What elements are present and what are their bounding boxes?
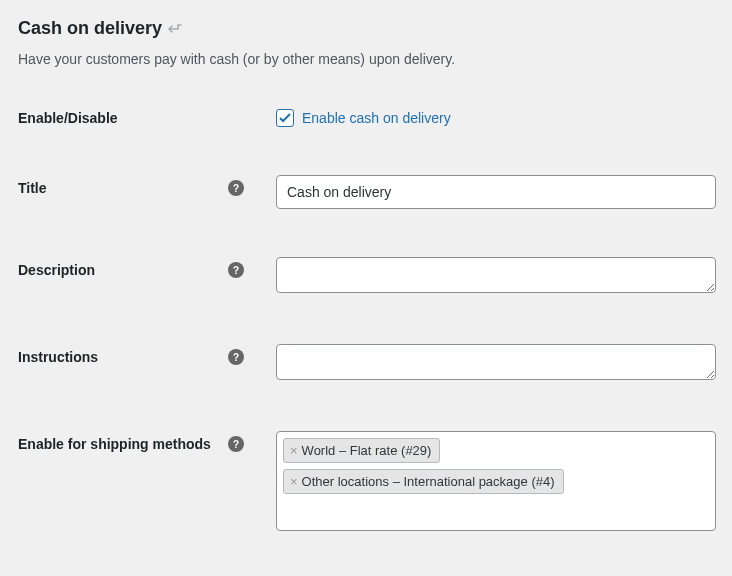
shipping-method-tag: × Other locations – International packag… (283, 469, 564, 494)
page-description: Have your customers pay with cash (or by… (18, 51, 714, 67)
description-textarea[interactable] (276, 257, 716, 293)
label-title: Title ? (18, 175, 250, 196)
shipping-methods-select[interactable]: × World – Flat rate (#29) × Other locati… (276, 431, 716, 531)
row-title: Title ? (18, 175, 714, 209)
help-icon[interactable]: ? (228, 436, 244, 452)
label-instructions: Instructions ? (18, 344, 250, 365)
label-shipping-methods: Enable for shipping methods ? (18, 431, 250, 452)
back-link-icon[interactable] (168, 23, 182, 35)
help-icon[interactable]: ? (228, 180, 244, 196)
help-icon[interactable]: ? (228, 262, 244, 278)
shipping-method-tag: × World – Flat rate (#29) (283, 438, 440, 463)
tag-label: Other locations – International package … (302, 474, 555, 489)
tag-remove-icon[interactable]: × (288, 443, 300, 458)
instructions-textarea[interactable] (276, 344, 716, 380)
enable-checkbox[interactable] (276, 109, 294, 127)
page-title-text: Cash on delivery (18, 18, 162, 39)
help-icon[interactable]: ? (228, 349, 244, 365)
row-shipping-methods: Enable for shipping methods ? × World – … (18, 431, 714, 531)
row-description: Description ? (18, 257, 714, 296)
title-input[interactable] (276, 175, 716, 209)
tag-label: World – Flat rate (#29) (302, 443, 432, 458)
row-instructions: Instructions ? (18, 344, 714, 383)
tag-remove-icon[interactable]: × (288, 474, 300, 489)
page-title: Cash on delivery (18, 18, 714, 39)
label-description: Description ? (18, 257, 250, 278)
label-enable: Enable/Disable (18, 105, 250, 126)
enable-checkbox-label[interactable]: Enable cash on delivery (302, 110, 451, 126)
row-enable: Enable/Disable Enable cash on delivery (18, 105, 714, 127)
